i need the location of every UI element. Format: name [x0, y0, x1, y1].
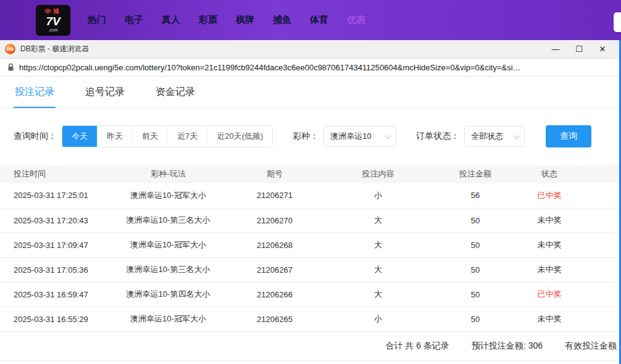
table-row: 2025-03-31 17:05:36 澳洲幸运10-第三名大小 2120626…	[0, 257, 619, 282]
chevron-down-icon	[514, 133, 520, 139]
side-floating-widget[interactable]	[614, 12, 621, 32]
cell-filler	[590, 307, 619, 331]
filter-bar: 查询时间： 今天 昨天 前天 近7天 近20天(低频) 彩种： 澳洲幸运10 订…	[14, 125, 619, 147]
cell-issue: 21206270	[235, 208, 315, 233]
cell-content: 大	[315, 257, 441, 282]
record-tabs: 投注记录 追号记录 资金记录	[0, 77, 619, 109]
header-issue: 期号	[235, 165, 315, 183]
cell-status: 已中奖	[509, 183, 590, 208]
lottery-select[interactable]: 澳洲幸运10	[323, 126, 396, 147]
time-option-7days[interactable]: 近7天	[168, 126, 207, 147]
table-header-row: 投注时间 彩种-玩法 期号 投注内容 投注金额 状态	[0, 165, 619, 183]
cell-game-play: 澳洲幸运10-第三名大小	[102, 208, 235, 233]
cell-bet-time: 2025-03-31 17:20:43	[0, 208, 102, 233]
cell-status: 已中奖	[509, 282, 590, 307]
window-controls: — ☐ ✕	[544, 41, 614, 58]
time-option-today[interactable]: 今天	[62, 126, 98, 147]
cell-amount: 50	[441, 282, 509, 307]
cell-game-play: 澳洲幸运10-第三名大小	[102, 257, 235, 282]
table-row: 2025-03-31 17:09:47 澳洲幸运10-冠军大小 21206268…	[0, 233, 619, 257]
nav-item-sports[interactable]: 体育	[310, 14, 328, 26]
nav-item-lottery[interactable]: 彩票	[199, 14, 217, 26]
browser-window: DB DB彩票 - 极速浏览器 — ☐ ✕ https://ctopcp02pc…	[0, 40, 621, 364]
header-status: 状态	[509, 165, 590, 183]
cell-content: 小	[315, 183, 441, 208]
maximize-icon[interactable]: ☐	[567, 41, 591, 58]
cell-bet-time: 2025-03-31 16:59:47	[0, 282, 102, 307]
cell-content: 大	[315, 233, 441, 257]
nav-item-live[interactable]: 真人	[162, 14, 180, 26]
order-status-value: 全部状态	[471, 131, 503, 142]
site-logo[interactable]: 申博 7V .com	[36, 5, 70, 36]
tab-bet-records[interactable]: 投注记录	[14, 77, 56, 108]
cell-amount: 50	[441, 233, 509, 257]
query-button[interactable]: 查询	[546, 125, 591, 147]
status-filter-label: 订单状态：	[416, 131, 459, 142]
nav-item-hot[interactable]: 热门	[88, 14, 106, 26]
cell-bet-time: 2025-03-31 17:05:36	[0, 257, 102, 282]
cell-issue: 21206265	[235, 307, 315, 331]
cell-filler	[590, 183, 619, 208]
address-bar[interactable]: https://ctopcp02pcali.uengi5e.com/lotter…	[0, 59, 619, 77]
header-amount: 投注金额	[441, 165, 509, 183]
summary-bar: 合计 共 6 条记录 预计投注金额: 306 有效投注金额	[0, 332, 619, 361]
logo-line2: 7V	[46, 15, 60, 27]
nav-item-fishing[interactable]: 捕鱼	[273, 14, 291, 26]
lottery-filter-label: 彩种：	[293, 131, 319, 142]
cell-content: 大	[315, 208, 441, 233]
header-content: 投注内容	[315, 165, 441, 183]
cell-filler	[590, 233, 619, 257]
summary-total: 合计 共 6 条记录	[385, 341, 449, 352]
url-text: https://ctopcp02pcali.uengi5e.com/lotter…	[19, 63, 521, 72]
cell-status: 未中奖	[509, 233, 590, 257]
header-bet-time: 投注时间	[0, 165, 102, 183]
nav-item-promo[interactable]: 优惠	[347, 14, 365, 26]
cell-issue: 21206267	[235, 257, 315, 282]
order-status-select[interactable]: 全部状态	[464, 126, 525, 147]
lottery-select-value: 澳洲幸运10	[330, 131, 371, 142]
chevron-down-icon	[385, 133, 391, 139]
header-filler	[590, 165, 619, 183]
tab-fund-records[interactable]: 资金记录	[154, 77, 196, 108]
table-row: 2025-03-31 16:59:47 澳洲幸运10-第四名大小 2120626…	[0, 282, 619, 307]
site-nav: 热门 电子 真人 彩票 棋牌 捕鱼 体育 优惠	[88, 14, 365, 26]
browser-favicon-icon: DB	[5, 44, 15, 54]
cell-issue: 21206266	[235, 282, 315, 307]
cell-issue: 21206271	[235, 183, 315, 208]
cell-bet-time: 2025-03-31 17:25:01	[0, 183, 102, 208]
browser-titlebar: DB DB彩票 - 极速浏览器 — ☐ ✕	[0, 40, 619, 59]
site-topbar: 申博 7V .com 热门 电子 真人 彩票 棋牌 捕鱼 体育 优惠	[0, 0, 621, 40]
cell-filler	[590, 282, 619, 307]
cell-status: 未中奖	[509, 208, 590, 233]
cell-content: 大	[315, 282, 441, 307]
cell-status: 未中奖	[509, 257, 590, 282]
cell-game-play: 澳洲幸运10-冠军大小	[102, 233, 235, 257]
cell-status: 未中奖	[509, 307, 590, 331]
cell-amount: 56	[441, 183, 509, 208]
window-title: DB彩票 - 极速浏览器	[20, 44, 544, 54]
time-option-yesterday[interactable]: 昨天	[98, 126, 133, 147]
summary-valid: 有效投注金额	[565, 341, 617, 352]
bet-records-table: 投注时间 彩种-玩法 期号 投注内容 投注金额 状态 2025-03-31 17…	[0, 165, 619, 332]
time-option-20days[interactable]: 近20天(低频)	[207, 126, 272, 147]
nav-item-slots[interactable]: 电子	[125, 14, 143, 26]
cell-amount: 50	[441, 307, 509, 331]
time-option-daybefore[interactable]: 前天	[133, 126, 168, 147]
nav-item-cards[interactable]: 棋牌	[236, 14, 254, 26]
cell-game-play: 澳洲幸运10-第四名大小	[102, 282, 235, 307]
header-game-play: 彩种-玩法	[102, 165, 235, 183]
tab-chase-records[interactable]: 追号记录	[84, 77, 126, 108]
logo-line1: 申博	[45, 9, 61, 15]
cell-content: 小	[315, 307, 441, 331]
close-icon[interactable]: ✕	[591, 41, 614, 58]
bet-table-body: 2025-03-31 17:25:01 澳洲幸运10-冠军大小 21206271…	[0, 183, 619, 331]
cell-game-play: 澳洲幸运10-冠军大小	[102, 183, 235, 208]
cell-bet-time: 2025-03-31 17:09:47	[0, 233, 102, 257]
logo-line3: .com	[48, 28, 57, 32]
table-row: 2025-03-31 17:25:01 澳洲幸运10-冠军大小 21206271…	[0, 183, 619, 208]
table-row: 2025-03-31 17:20:43 澳洲幸运10-第三名大小 2120627…	[0, 208, 619, 233]
minimize-icon[interactable]: —	[544, 41, 567, 58]
cell-game-play: 澳洲幸运10-冠军大小	[102, 307, 235, 331]
cell-amount: 50	[441, 208, 509, 233]
lock-icon	[7, 63, 14, 72]
